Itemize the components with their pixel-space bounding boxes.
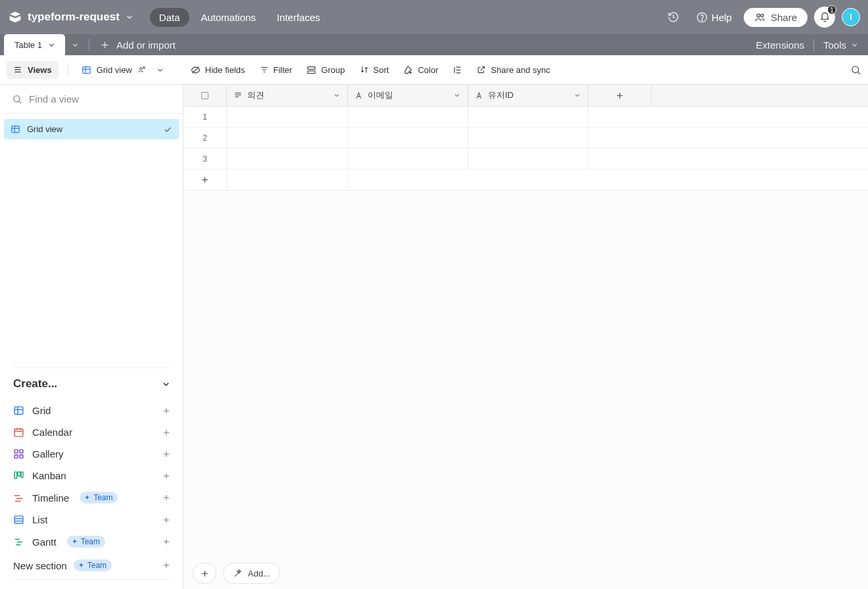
team-badge: Team [74,559,112,571]
svg-rect-18 [308,66,315,69]
chevron-down-icon[interactable] [573,91,581,99]
table-row[interactable]: 1 [183,106,868,128]
sparkle-icon [84,494,91,502]
gantt-icon [13,536,24,548]
column-label: 유저ID [488,89,514,101]
sidebar-view-label: Grid view [27,124,62,134]
cell[interactable] [348,128,468,148]
grid-icon [13,405,24,416]
views-toggle-button[interactable]: Views [7,61,59,79]
filter-button[interactable]: Filter [254,62,298,78]
chevron-down-icon[interactable] [333,91,341,99]
sparkle-icon [71,538,78,546]
share-button[interactable]: Share [744,8,808,27]
add-row-button[interactable] [183,170,868,191]
svg-rect-44 [20,450,23,453]
cell[interactable] [227,106,348,127]
tab-automations[interactable]: Automations [192,8,265,27]
plus-icon [200,569,210,578]
help-button[interactable]: Help [691,8,737,27]
check-icon [163,125,172,134]
table-row[interactable]: 2 [183,128,868,149]
svg-rect-37 [14,429,23,436]
share-sync-label: Share and sync [491,65,550,75]
select-all-checkbox[interactable] [183,85,227,106]
create-grid[interactable]: Grid [13,400,171,421]
create-timeline[interactable]: Timeline Team [13,486,171,509]
tools-button[interactable]: Tools [823,39,859,51]
svg-point-25 [852,66,859,72]
current-view-selector[interactable]: Grid view [78,62,168,78]
column-header-email[interactable]: 이메일 [348,85,468,106]
svg-point-3 [761,14,763,16]
create-gallery-label: Gallery [32,448,64,459]
history-icon [667,11,679,23]
svg-point-12 [139,68,142,70]
long-text-icon [233,91,243,100]
notifications-button[interactable]: 1 [814,7,835,28]
create-kanban[interactable]: Kanban [13,465,171,486]
search-button[interactable] [850,64,861,76]
svg-rect-49 [14,472,17,479]
sort-label: Sort [374,65,389,75]
kanban-icon [13,470,24,481]
create-gallery[interactable]: Gallery [13,443,171,465]
share-sync-button[interactable]: Share and sync [471,62,555,78]
cell[interactable] [468,106,589,127]
list-icon [13,514,24,525]
svg-rect-19 [308,70,315,73]
cell[interactable] [468,128,589,148]
tab-interfaces-label: Interfaces [277,12,320,23]
app-logo[interactable]: typeform-request [8,10,134,24]
sidebar-view-grid[interactable]: Grid view [4,119,179,139]
cell[interactable] [227,149,348,169]
tab-data[interactable]: Data [150,8,189,27]
chevron-down-icon [47,41,56,49]
svg-point-2 [757,14,760,17]
sort-button[interactable]: Sort [354,62,395,78]
new-section-button[interactable]: New section Team [13,553,171,580]
cell[interactable] [348,149,468,169]
eye-off-icon [191,65,201,75]
grid-icon [82,65,91,75]
find-view-placeholder: Find a view [29,93,79,105]
footer-add-button[interactable] [193,563,216,584]
color-button[interactable]: Color [398,62,443,78]
footer-add-label: Add... [248,569,270,578]
text-field-icon [475,91,483,100]
find-view-input[interactable]: Find a view [0,85,183,114]
external-link-icon [477,65,486,74]
create-gantt[interactable]: Gantt Team [13,530,171,553]
history-button[interactable] [662,7,685,27]
tab-interfaces[interactable]: Interfaces [268,8,329,27]
chevron-down-icon[interactable] [453,91,461,99]
user-avatar[interactable]: I [842,8,860,26]
group-button[interactable]: Group [301,62,350,78]
column-label: 의견 [247,89,264,101]
notification-badge: 1 [827,5,836,14]
cell[interactable] [468,149,589,169]
table-tab[interactable]: Table 1 [4,34,65,55]
create-section-toggle[interactable]: Create... [13,367,171,400]
footer-add-menu-button[interactable]: Add... [223,563,280,584]
column-header-userid[interactable]: 유저ID [468,85,589,106]
table-search-button[interactable] [65,34,86,55]
gallery-icon [13,448,24,459]
base-name[interactable]: typeform-request [28,11,120,24]
column-header-opinion[interactable]: 의견 [227,85,348,106]
chevron-down-icon [156,66,164,74]
create-list[interactable]: List [13,509,171,530]
svg-rect-51 [21,472,23,478]
help-label: Help [711,12,732,23]
row-height-button[interactable] [447,62,468,78]
create-calendar[interactable]: Calendar [13,421,171,443]
extensions-button[interactable]: Extensions [756,39,804,51]
table-row[interactable]: 3 [183,149,868,170]
add-column-button[interactable] [589,85,652,106]
hide-fields-button[interactable]: Hide fields [185,62,251,78]
svg-point-27 [14,95,20,101]
add-or-import-button[interactable]: Add or import [92,34,183,55]
chevron-down-icon [850,41,859,49]
cell[interactable] [227,128,348,148]
cell[interactable] [348,106,468,127]
